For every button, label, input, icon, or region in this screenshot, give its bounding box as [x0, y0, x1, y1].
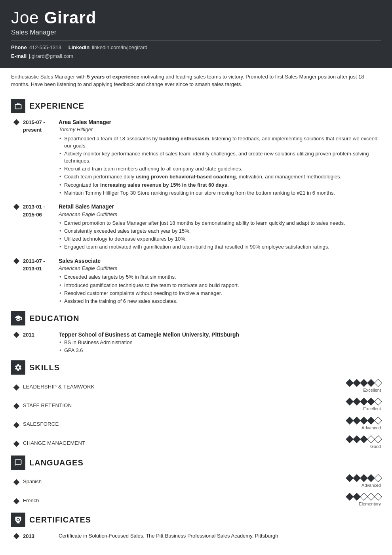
cert-bullet: [14, 532, 23, 540]
skill-name-0: LEADERSHIP & TEAMWORK: [23, 383, 347, 390]
cert-description: Certificate in Solution-Focused Sales, T…: [59, 533, 278, 539]
filled-diamond: [367, 398, 375, 406]
education-title: EDUCATION: [29, 313, 79, 324]
certificates-header: CERTIFICATES: [11, 513, 381, 528]
skill-row-0: LEADERSHIP & TEAMWORKExcellent: [11, 380, 381, 393]
skill-rating-3: Good: [347, 436, 381, 450]
diamond-icon: [13, 204, 20, 210]
company-3: American Eagle Outfitters: [59, 265, 381, 272]
languages-list: SpanishAdvancedFrenchElementary: [11, 475, 381, 507]
languages-title: LANGUAGES: [29, 457, 84, 468]
language-row-1: FrenchElementary: [11, 494, 381, 507]
briefcase-icon: [14, 102, 22, 110]
linkedin-value: linkedin.com/in/joegirard: [92, 44, 147, 51]
experience-header: EXPERIENCE: [11, 99, 381, 115]
lang-rating-1: Elementary: [347, 494, 381, 507]
skill-row-1: STAFF RETENTIONExcellent: [11, 399, 381, 412]
bullet-3: [14, 257, 23, 306]
filled-diamond: [346, 435, 354, 443]
languages-section: LANGUAGES SpanishAdvancedFrenchElementar…: [11, 455, 381, 507]
skill-row-3: CHANGE MANAGEMENTGood: [11, 436, 381, 450]
skill-name-1: STAFF RETENTION: [23, 402, 347, 409]
filled-diamond: [360, 398, 368, 406]
lang-level-label-1: Elementary: [359, 501, 381, 507]
bullet-item: Consistently exceeded sales targets each…: [59, 228, 381, 235]
experience-icon: [11, 99, 25, 113]
education-entry-1: 2011 Tepper School of Business at Carneg…: [11, 331, 381, 355]
diamond-icon: [13, 533, 20, 540]
email-contact: E-mail j.girard@gmail.com: [11, 53, 73, 60]
filled-diamond: [367, 417, 375, 425]
languages-header: LANGUAGES: [11, 455, 381, 471]
filled-diamond: [346, 493, 354, 501]
bullet-item: Utilized technology to decrease expendit…: [59, 235, 381, 243]
graduation-icon: [14, 314, 22, 322]
bullets-list-1: Spearheaded a team of 18 associates by b…: [59, 135, 381, 197]
summary-text: Enthusiastic Sales Manager with 5 years …: [11, 74, 364, 87]
email-value: j.girard@gmail.com: [29, 53, 73, 60]
filled-diamond: [367, 379, 375, 387]
bullet-item: Engaged team and motivated with gamifica…: [59, 243, 381, 251]
skill-name-3: CHANGE MANAGEMENT: [23, 440, 347, 447]
empty-diamond: [360, 493, 368, 501]
filled-diamond: [353, 493, 361, 501]
bullets-list-3: Exceeded sales targets by 5% in first si…: [59, 274, 381, 305]
diamond-icon: [13, 258, 20, 264]
education-icon: [11, 311, 25, 325]
bullets-list-2: Earned promotion to Sales Manager after …: [59, 220, 381, 251]
bullet-item: Maintain Tommy Hilfiger Top 30 Store ran…: [59, 189, 381, 197]
phone-contact: Phone 412-555-1313: [11, 44, 61, 51]
education-section: EDUCATION 2011 Tepper School of Business…: [11, 311, 381, 355]
certificates-title: CERTIFICATES: [29, 514, 91, 525]
empty-diamond: [374, 493, 382, 501]
certificates-section: CERTIFICATES 2013 Certificate in Solutio…: [11, 513, 381, 540]
diamond-icon: [13, 441, 20, 447]
skill-name-2: SALESFORCE: [23, 421, 347, 428]
edu-bullets: BS in Business Administration GPA 3.6: [59, 339, 381, 354]
skill-level-label-0: Excellent: [363, 387, 381, 393]
diamond-icon: [13, 119, 20, 125]
bullet-1: [14, 119, 23, 197]
header: Joe Girard Sales Manager Phone 412-555-1…: [0, 0, 392, 68]
skills-section: SKILLS LEADERSHIP & TEAMWORKExcellentSTA…: [11, 360, 381, 450]
skills-list: LEADERSHIP & TEAMWORKExcellentSTAFF RETE…: [11, 380, 381, 450]
phone-value: 412-555-1313: [29, 44, 61, 51]
header-title: Sales Manager: [11, 28, 381, 37]
filled-diamond: [360, 435, 368, 443]
entry-date-1: 2015-07 -present: [23, 119, 59, 197]
speech-icon: [14, 459, 22, 467]
cert-content: Certificate in Solution-Focused Sales, T…: [59, 532, 381, 540]
contact-row-2: E-mail j.girard@gmail.com: [11, 53, 381, 60]
first-name: Joe: [11, 8, 44, 27]
summary-section: Enthusiastic Sales Manager with 5 years …: [0, 68, 392, 93]
filled-diamond: [346, 398, 354, 406]
bullet-item: Exceeded sales targets by 5% in first si…: [59, 274, 381, 281]
filled-diamond: [353, 435, 361, 443]
main-content: EXPERIENCE 2015-07 -present Area Sales M…: [0, 99, 392, 554]
skill-rating-2: Advanced: [347, 418, 381, 431]
edu-bullet: [14, 331, 23, 355]
skill-level-label-2: Advanced: [362, 425, 381, 431]
cert-date: 2013: [23, 532, 59, 540]
experience-entry-2: 2013-01 -2015-06 Retail Sales Manager Am…: [11, 203, 381, 252]
entry-content-1: Area Sales Manager Tommy Hilfiger Spearh…: [59, 119, 381, 197]
entry-content-3: Sales Associate American Eagle Outfitter…: [59, 257, 381, 306]
lang-level-label-0: Advanced: [362, 482, 381, 488]
bullet-2: [14, 203, 23, 252]
company-2: American Eagle Outfitters: [59, 211, 381, 218]
email-label: E-mail: [11, 53, 27, 60]
empty-diamond: [374, 417, 382, 425]
experience-section: EXPERIENCE 2015-07 -present Area Sales M…: [11, 99, 381, 306]
filled-diamond: [346, 379, 354, 387]
filled-diamond: [360, 379, 368, 387]
job-title-1: Area Sales Manager: [59, 119, 381, 126]
skills-icon: [11, 360, 25, 375]
lang-name-0: Spanish: [23, 478, 347, 485]
diamond-icon: [13, 332, 20, 338]
edu-school: Tepper School of Business at Carnegie Me…: [59, 331, 381, 339]
filled-diamond: [360, 417, 368, 425]
education-header: EDUCATION: [11, 311, 381, 327]
job-title-3: Sales Associate: [59, 257, 381, 265]
edu-date: 2011: [23, 331, 59, 355]
bullet-item: BS in Business Administration: [59, 339, 381, 346]
